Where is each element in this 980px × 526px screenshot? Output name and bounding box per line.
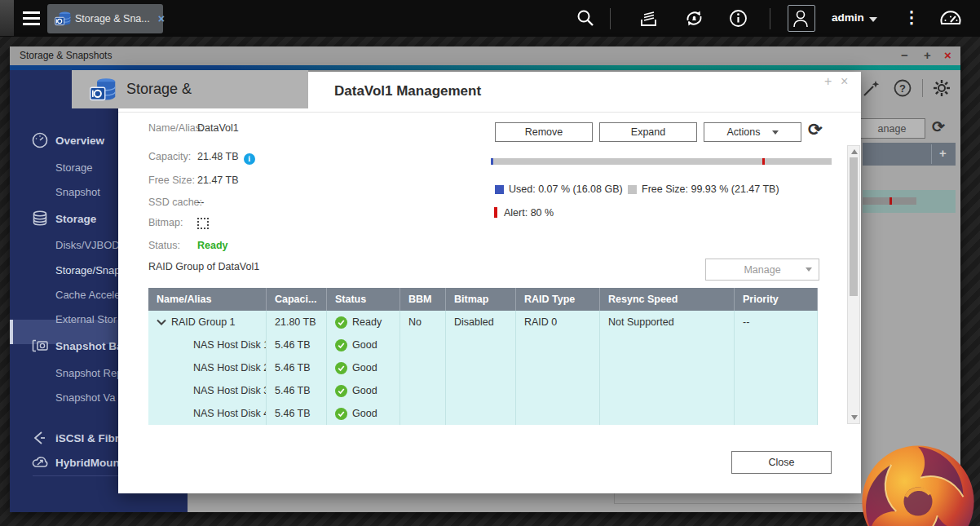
status-value: Ready (197, 240, 228, 251)
chevron-down-icon[interactable] (157, 319, 166, 325)
field-free-size-value: 21.47 TB (197, 175, 239, 186)
col-resync-speed[interactable]: Resync Speed (600, 288, 735, 311)
check-circle-icon (335, 408, 347, 420)
tab-label: Storage & Sna... (75, 13, 150, 24)
field-name-alias: Name/Alias: DataVol1 (148, 122, 203, 137)
raid-group-table: Name/Alias Capaci... Status BBM Bitmap R… (148, 288, 818, 425)
background-table-header: + (863, 143, 956, 166)
admin-menu[interactable]: admin (832, 11, 864, 24)
dialog-title: DataVol1 Management (334, 83, 481, 99)
header-left-block (10, 70, 72, 108)
qnap-loading-logo (859, 442, 978, 526)
field-capacity-value: 21.48 TBi (197, 151, 255, 165)
add-column-icon[interactable]: + (939, 146, 947, 160)
dialog-title-separator (118, 112, 861, 113)
notifications-sync-icon[interactable] (683, 7, 705, 29)
tab-close-icon[interactable]: × (158, 12, 165, 25)
field-bitmap: Bitmap: (148, 217, 183, 232)
background-manage-button[interactable]: anage (859, 118, 925, 139)
taskbar-divider (610, 8, 611, 29)
storage-app-icon (88, 75, 117, 104)
dialog-detach-icon[interactable]: + (824, 74, 832, 89)
background-tasks-icon[interactable] (638, 7, 660, 29)
field-status: Status: Ready (148, 240, 180, 254)
col-raid-type[interactable]: RAID Type (516, 288, 600, 311)
minimize-icon[interactable]: − (901, 48, 908, 63)
info-icon[interactable] (727, 7, 749, 29)
alert-legend-label: Alert: 80 % (504, 207, 554, 219)
field-ssd-cache-value: -- (197, 197, 204, 208)
bitmap-icon (197, 218, 209, 229)
scrollbar-thumb[interactable] (850, 157, 858, 296)
cloud-icon (31, 453, 49, 471)
close-button[interactable]: Close (731, 451, 832, 474)
table-row-disk-4[interactable]: NAS Host Disk 4 5.46 TB Good (148, 402, 818, 425)
actions-button[interactable]: Actions (704, 122, 801, 142)
taskbar: Storage & Sna... × (0, 0, 980, 37)
gear-icon[interactable] (931, 77, 952, 99)
remove-button[interactable]: Remove (495, 122, 593, 142)
background-refresh-icon[interactable]: ⟳ (932, 117, 945, 136)
expand-button[interactable]: Expand (599, 122, 697, 142)
info-icon[interactable]: i (244, 153, 255, 165)
check-circle-icon (335, 339, 347, 351)
usage-used-segment (491, 158, 493, 165)
search-icon[interactable] (576, 8, 595, 28)
table-row-disk-2[interactable]: NAS Host Disk 2 5.46 TB Good (148, 356, 818, 379)
desktop: Storage & Sna... × (0, 0, 980, 526)
database-icon (31, 210, 49, 228)
datavol1-management-dialog: DataVol1 Management + × Name/Alias: Data… (118, 72, 861, 493)
window-close-icon[interactable]: × (944, 48, 951, 63)
col-status[interactable]: Status (327, 288, 400, 311)
table-header-row: Name/Alias Capaci... Status BBM Bitmap R… (148, 288, 818, 311)
manage-dropdown[interactable]: Manage (705, 259, 819, 281)
chevron-down-icon (806, 267, 812, 272)
field-ssd-cache: SSD cache: -- (148, 197, 202, 211)
iscsi-icon (31, 429, 49, 447)
field-free-size: Free Size: 21.47 TB (148, 175, 195, 189)
col-bitmap[interactable]: Bitmap (446, 288, 516, 311)
table-row-raid-group-1[interactable]: RAID Group 1 21.80 TB Ready No Disabled … (148, 311, 818, 334)
table-row-disk-1[interactable]: NAS Host Disk 1 5.46 TB Good (148, 334, 818, 356)
col-name-alias[interactable]: Name/Alias (148, 288, 267, 311)
window-title: Storage & Snapshots (20, 50, 112, 61)
app-chip-label: Storage & (126, 81, 192, 98)
dialog-close-icon[interactable]: × (841, 74, 848, 89)
refresh-icon[interactable]: ⟳ (808, 120, 823, 139)
alert-threshold-marker (762, 158, 765, 165)
used-legend-label: Used: 0.07 % (16.08 GB) (509, 183, 623, 195)
dialog-scrollbar[interactable] (847, 145, 860, 424)
field-capacity: Capacity: 21.48 TBi (148, 151, 191, 166)
col-capacity[interactable]: Capaci... (267, 288, 327, 311)
main-menu-icon[interactable] (23, 11, 40, 25)
maximize-icon[interactable]: + (924, 48, 931, 63)
wizard-wand-icon[interactable] (861, 77, 882, 99)
raid-group-section-title: RAID Group of DataVol1 (148, 261, 259, 272)
storage-app-icon (54, 10, 72, 28)
col-bbm[interactable]: BBM (400, 288, 446, 311)
dashboard-icon[interactable] (938, 7, 964, 31)
storage-snapshots-window: Storage & Snapshots − + × Overview Stora… (10, 46, 960, 512)
camera-icon (31, 337, 49, 355)
col-priority[interactable]: Priority (735, 288, 818, 311)
chevron-down-icon (772, 130, 779, 135)
more-options-icon[interactable]: ⋮ (903, 7, 920, 27)
background-alert-marker (890, 197, 892, 205)
window-titlebar[interactable]: Storage & Snapshots (10, 46, 960, 65)
chevron-down-icon (869, 17, 877, 22)
used-legend-swatch (495, 185, 504, 194)
scroll-up-icon[interactable] (851, 149, 858, 154)
table-row-disk-3[interactable]: NAS Host Disk 3 5.46 TB Good (148, 379, 818, 402)
column-divider (931, 144, 932, 164)
help-icon[interactable]: ? (892, 77, 913, 99)
check-circle-icon (335, 316, 347, 329)
toolbar-divider (922, 79, 923, 97)
free-legend-label: Free Size: 99.93 % (21.47 TB) (642, 183, 779, 195)
taskbar-tab-storage-snapshots[interactable]: Storage & Sna... × (47, 4, 163, 33)
usage-bar (491, 158, 832, 165)
taskbar-corner (0, 0, 14, 36)
user-avatar[interactable] (788, 5, 815, 32)
taskbar-divider (770, 8, 770, 29)
scroll-down-icon[interactable] (851, 415, 858, 420)
free-legend-swatch (628, 185, 637, 194)
